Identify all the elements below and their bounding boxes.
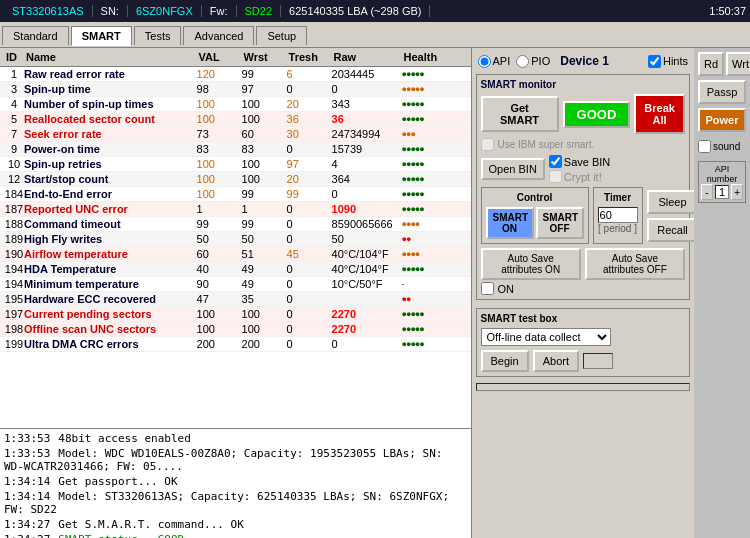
table-row[interactable]: 198 Offline scan UNC sectors 100 100 0 2… <box>0 322 471 337</box>
row-wrst: 1 <box>242 203 287 215</box>
row-id: 7 <box>4 128 24 140</box>
recall-button[interactable]: Recall <box>647 218 694 242</box>
control-box: Control SMART ON SMART OFF <box>481 187 589 244</box>
get-smart-button[interactable]: Get SMART <box>481 96 559 132</box>
row-health: - <box>402 279 467 289</box>
autosave-off-button[interactable]: Auto Save attributes OFF <box>585 248 685 280</box>
row-val: 120 <box>197 68 242 80</box>
table-row[interactable]: 5 Reallocated sector count 100 100 36 36… <box>0 112 471 127</box>
log-message: 48bit access enabled <box>58 432 190 445</box>
row-tresh: 0 <box>287 83 332 95</box>
api-minus-button[interactable]: - <box>701 184 713 200</box>
sleep-button[interactable]: Sleep <box>647 190 694 214</box>
row-id: 199 <box>4 338 24 350</box>
row-wrst: 99 <box>242 68 287 80</box>
row-id: 9 <box>4 143 24 155</box>
col-health: Health <box>402 50 467 64</box>
api-radio-label[interactable]: API <box>478 55 511 68</box>
horizontal-scrollbar[interactable] <box>476 383 690 391</box>
passp-button[interactable]: Passp <box>698 80 746 104</box>
wrt-button[interactable]: Wrt <box>726 52 750 76</box>
row-id: 184 <box>4 188 24 200</box>
api-num-ctrl: - 1 + <box>701 184 743 200</box>
capacity: 625140335 LBA (~298 GB) <box>281 5 430 17</box>
row-raw: 36 <box>332 113 402 125</box>
table-row[interactable]: 187 Reported UNC error 1 1 0 1090 ●●●●● <box>0 202 471 217</box>
table-row[interactable]: 189 High Fly writes 50 50 0 50 ●● <box>0 232 471 247</box>
hints-check[interactable]: Hints <box>648 55 688 68</box>
abort-button[interactable]: Abort <box>533 350 579 372</box>
row-val: 100 <box>197 188 242 200</box>
smart-on-button[interactable]: SMART ON <box>486 207 534 239</box>
autosave-on-button[interactable]: Auto Save attributes ON <box>481 248 581 280</box>
row-wrst: 100 <box>242 98 287 110</box>
row-raw: 8590065666 <box>332 218 402 230</box>
table-row[interactable]: 194 HDA Temperature 40 49 0 40°C/104°F ●… <box>0 262 471 277</box>
progress-input[interactable] <box>583 353 613 369</box>
pio-radio[interactable] <box>516 55 529 68</box>
smart-status-good[interactable]: GOOD <box>563 101 631 128</box>
row-name: Airflow temperature <box>24 248 197 260</box>
table-row[interactable]: 1 Raw read error rate 120 99 6 2034445 ●… <box>0 67 471 82</box>
table-row[interactable]: 188 Command timeout 99 99 0 8590065666 ●… <box>0 217 471 232</box>
table-row[interactable]: 4 Number of spin-up times 100 100 20 343… <box>0 97 471 112</box>
log-message: Get passport... OK <box>58 475 177 488</box>
timer-input[interactable] <box>598 207 638 223</box>
table-row[interactable]: 199 Ultra DMA CRC errors 200 200 0 0 ●●●… <box>0 337 471 352</box>
sound-check[interactable]: sound <box>698 140 746 153</box>
rd-button[interactable]: Rd <box>698 52 724 76</box>
pio-radio-label[interactable]: PIO <box>516 55 550 68</box>
table-row[interactable]: 9 Power-on time 83 83 0 15739 ●●●●● <box>0 142 471 157</box>
test-select[interactable]: Off-line data collect <box>481 328 611 346</box>
row-tresh: 99 <box>287 188 332 200</box>
table-row[interactable]: 7 Seek error rate 73 60 30 24734994 ●●● <box>0 127 471 142</box>
smart-off-button[interactable]: SMART OFF <box>536 207 584 239</box>
sound-checkbox[interactable] <box>698 140 711 153</box>
table-row[interactable]: 10 Spin-up retries 100 100 97 4 ●●●●● <box>0 157 471 172</box>
log-message: SMART status = GOOD <box>58 533 184 538</box>
api-num-title: API number <box>701 164 743 184</box>
save-bin-label[interactable]: Save BIN <box>549 155 610 168</box>
time-display: 1:50:37 <box>709 5 746 17</box>
table-row[interactable]: 194 Minimum temperature 90 49 0 10°C/50°… <box>0 277 471 292</box>
table-row[interactable]: 12 Start/stop count 100 100 20 364 ●●●●● <box>0 172 471 187</box>
begin-button[interactable]: Begin <box>481 350 529 372</box>
row-health: ●●●●● <box>402 114 467 124</box>
row-id: 198 <box>4 323 24 335</box>
table-row[interactable]: 195 Hardware ECC recovered 47 35 0 ●● <box>0 292 471 307</box>
log-time: 1:33:53 <box>4 432 50 445</box>
device-label: Device 1 <box>560 54 609 68</box>
table-row[interactable]: 190 Airflow temperature 60 51 45 40°C/10… <box>0 247 471 262</box>
api-plus-button[interactable]: + <box>731 184 743 200</box>
ibm-label: Use IBM super smart. <box>498 139 595 150</box>
tab-advanced[interactable]: Advanced <box>183 26 254 45</box>
table-header: ID Name VAL Wrst Tresh Raw Health <box>0 48 471 67</box>
smart-monitor-box: SMART monitor Get SMART GOOD Break All U… <box>476 74 690 300</box>
api-radio[interactable] <box>478 55 491 68</box>
crypt-label[interactable]: Crypt it! <box>549 170 610 183</box>
col-tresh: Tresh <box>287 50 332 64</box>
save-bin-checkbox[interactable] <box>549 155 562 168</box>
table-row[interactable]: 184 End-to-End error 100 99 99 0 ●●●●● <box>0 187 471 202</box>
tab-smart[interactable]: SMART <box>71 26 132 46</box>
hints-checkbox[interactable] <box>648 55 661 68</box>
row-tresh: 45 <box>287 248 332 260</box>
break-all-button[interactable]: Break All <box>634 94 685 134</box>
row-raw: 50 <box>332 233 402 245</box>
tab-standard[interactable]: Standard <box>2 26 69 45</box>
row-raw: 1090 <box>332 203 402 215</box>
row-val: 99 <box>197 218 242 230</box>
open-bin-button[interactable]: Open BIN <box>481 158 545 180</box>
row-raw: 24734994 <box>332 128 402 140</box>
timer-box: Timer [ period ] <box>593 187 643 244</box>
tab-tests[interactable]: Tests <box>134 26 182 45</box>
power-button[interactable]: Power <box>698 108 746 132</box>
tab-setup[interactable]: Setup <box>256 26 307 45</box>
table-row[interactable]: 3 Spin-up time 98 97 0 0 ●●●●● <box>0 82 471 97</box>
row-tresh: 0 <box>287 263 332 275</box>
log-line: 1:34:27Get S.M.A.R.T. command... OK <box>4 517 467 532</box>
on-checkbox[interactable] <box>481 282 494 295</box>
row-name: Power-on time <box>24 143 197 155</box>
ctrl-btn-row: SMART ON SMART OFF <box>486 207 584 239</box>
table-row[interactable]: 197 Current pending sectors 100 100 0 22… <box>0 307 471 322</box>
